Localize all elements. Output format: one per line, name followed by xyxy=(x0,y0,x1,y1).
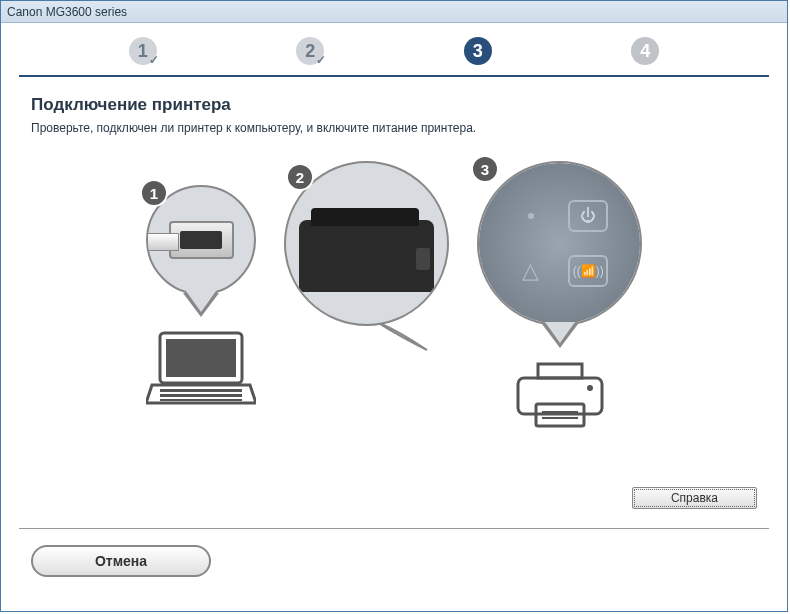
help-button-row: Справка xyxy=(632,487,757,509)
illustration-area: 1 xyxy=(1,185,787,432)
badge-1: 1 xyxy=(140,179,168,207)
usb-cable-icon xyxy=(146,233,179,251)
illustration-printer-side: 2 xyxy=(284,161,449,354)
bubble-tail xyxy=(183,293,219,317)
bubble-usb: 1 xyxy=(146,185,256,295)
page-content: Подключение принтера Проверьте, подключе… xyxy=(1,77,787,135)
warning-triangle-icon: △ xyxy=(522,258,539,284)
help-button[interactable]: Справка xyxy=(632,487,757,509)
badge-2: 2 xyxy=(286,163,314,191)
step-2-done: 2 xyxy=(296,37,324,65)
cancel-button[interactable]: Отмена xyxy=(31,545,211,577)
printer-body-icon xyxy=(299,220,434,292)
svg-rect-5 xyxy=(538,364,582,378)
svg-rect-3 xyxy=(160,394,242,397)
indicator-dot-icon xyxy=(528,213,534,219)
window-title: Canon MG3600 series xyxy=(7,5,127,19)
bubble-tail xyxy=(542,324,578,348)
usb-port-icon xyxy=(169,221,234,259)
titlebar: Canon MG3600 series xyxy=(1,1,787,23)
svg-rect-1 xyxy=(166,339,236,377)
svg-point-7 xyxy=(587,385,593,391)
svg-rect-4 xyxy=(160,399,242,401)
printer-icon xyxy=(510,362,610,432)
control-panel-bubble-icon: ⏻ △ ((📶)) xyxy=(477,161,642,326)
wireless-button-icon: ((📶)) xyxy=(568,255,608,287)
illustration-control-panel: 3 ⏻ △ ((📶)) xyxy=(477,161,642,432)
installer-window: Canon MG3600 series 1 2 3 4 Подключение … xyxy=(0,0,788,612)
page-title: Подключение принтера xyxy=(31,95,757,115)
power-button-icon: ⏻ xyxy=(568,200,608,232)
wizard-steps: 1 2 3 4 xyxy=(19,23,769,77)
illustration-usb-computer: 1 xyxy=(146,185,256,409)
page-description: Проверьте, подключен ли принтер к компью… xyxy=(31,121,757,135)
step-3-current: 3 xyxy=(464,37,492,65)
badge-3: 3 xyxy=(471,155,499,183)
content-area: 1 2 3 4 Подключение принтера Проверьте, … xyxy=(1,23,787,611)
laptop-icon xyxy=(146,331,256,409)
divider xyxy=(19,528,769,529)
cancel-button-row: Отмена xyxy=(31,545,211,577)
svg-rect-6 xyxy=(518,378,602,414)
bubble-panel: 3 ⏻ △ ((📶)) xyxy=(477,161,642,326)
svg-rect-2 xyxy=(160,389,242,392)
step-1-done: 1 xyxy=(129,37,157,65)
step-4-future: 4 xyxy=(631,37,659,65)
bubble-tail-right xyxy=(377,322,437,354)
